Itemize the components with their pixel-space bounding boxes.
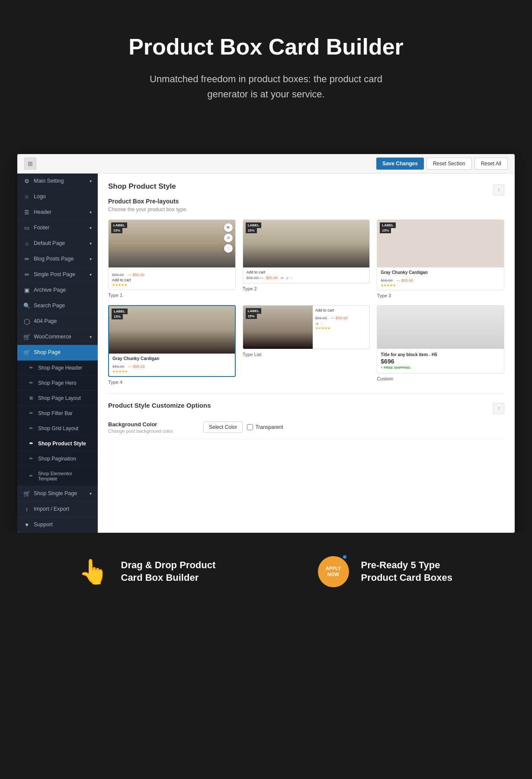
product-info-type-list: Add to cart $65.00 — $55.00 👁 ♡ ★★★★★ xyxy=(313,306,370,349)
view-icon[interactable]: 👁 xyxy=(224,223,233,232)
reset-all-button[interactable]: Reset All xyxy=(474,158,508,170)
sidebar-item-shop-grid-layout[interactable]: ✏ Shop Grid Layout xyxy=(17,421,98,436)
sidebar-label-404-page: 404 Page xyxy=(34,318,57,324)
sidebar-item-blog-posts[interactable]: ✏ Blog Posts Page ▾ xyxy=(17,251,98,267)
sidebar-item-shop-page-header[interactable]: ✏ Shop Page Header xyxy=(17,361,98,376)
sidebar-label-single-post: Single Post Page xyxy=(34,271,75,277)
product-box-type2[interactable]: LABEL 15% Add to cart $65.00 — $55.00 👁 … xyxy=(243,219,370,283)
refresh-icon[interactable]: ↺ xyxy=(224,234,233,242)
archive-icon: ▣ xyxy=(23,287,30,293)
sidebar-label-search-page: Search Page xyxy=(34,303,65,309)
original-price-list: $65.00 xyxy=(315,316,327,320)
customize-scroll-up-button[interactable]: ↑ xyxy=(493,403,504,414)
sidebar-item-archive-page[interactable]: ▣ Archive Page xyxy=(17,283,98,298)
star-icon: ☆ xyxy=(23,193,30,200)
product-box-type3[interactable]: LABEL 15% Gray Chunky Cardigan $65.00 — … xyxy=(377,219,504,290)
bottom-icons-type2: 👁 ↺ ♡ xyxy=(280,276,293,280)
panel-body: ⚙ Main Setting ▾ ☆ Logo ☰ Header ▾ ▭ Foo… xyxy=(17,174,515,533)
sidebar-item-search-page[interactable]: 🔍 Search Page xyxy=(17,298,98,314)
sidebar-item-shop-page-layout[interactable]: ⊞ Shop Page Layout xyxy=(17,391,98,406)
product-image-type2: LABEL 15% xyxy=(243,220,370,267)
sidebar-label-shop-pagination: Shop Pagination xyxy=(38,456,76,462)
product-image-type1: LABEL 15% 👁 ↺ ♡ xyxy=(109,220,235,267)
sidebar-label-main-setting: Main Setting xyxy=(34,178,64,184)
product-box-custom[interactable]: Title for any block item - H5 $696 + FRE… xyxy=(377,305,504,373)
reset-section-button[interactable]: Reset Section xyxy=(426,158,472,170)
sidebar-item-shop-filter-bar[interactable]: ✏ Shop Filter Bar xyxy=(17,406,98,421)
sidebar-item-footer[interactable]: ▭ Footer ▾ xyxy=(17,220,98,236)
product-box-type1[interactable]: LABEL 15% 👁 ↺ ♡ $65.00 xyxy=(108,219,236,290)
product-box-type4[interactable]: LABEL 15% Gray Chunky Cardigan $65.00 — … xyxy=(108,305,236,377)
action-icons-type1: 👁 ↺ ♡ xyxy=(224,223,233,253)
add-to-cart-type2: Add to cart xyxy=(247,270,366,274)
grid-view-icon[interactable]: ⊞ xyxy=(24,158,36,170)
chevron-down-icon: ▾ xyxy=(90,241,92,246)
sidebar-item-support[interactable]: ♥ Support xyxy=(17,517,98,533)
select-color-button[interactable]: Select Color xyxy=(203,422,243,433)
product-info-type3: Gray Chunky Cardigan $65.00 — $55.00 ★★★… xyxy=(377,267,504,290)
sidebar-item-single-post[interactable]: ✏ Single Post Page ▾ xyxy=(17,267,98,283)
customize-section-title: Product Style Customize Options xyxy=(108,402,211,409)
background-color-control: Select Color Transparent xyxy=(203,422,504,433)
footer-icon: ▭ xyxy=(23,225,30,231)
sale-price-type3: — $55.00 xyxy=(396,278,413,283)
sidebar-item-shop-page[interactable]: 🛒 Shop Page xyxy=(17,345,98,361)
sidebar-label-shop-page-hero: Shop Page Hero xyxy=(38,380,77,386)
bg-color-desc: Change post background color. xyxy=(108,428,203,434)
sidebar-item-import-export[interactable]: ↕ Import / Export xyxy=(17,502,98,517)
type-label-2: Type 2 xyxy=(243,286,370,291)
product-image-type3: LABEL 15% xyxy=(377,220,504,267)
sidebar-label-shop-grid-layout: Shop Grid Layout xyxy=(38,425,78,431)
search-icon: 🔍 xyxy=(23,303,30,309)
pre-ready-title: Pre-Ready 5 Type Product Card Boxes xyxy=(361,559,456,584)
original-price-type3: $65.00 xyxy=(381,278,393,283)
sale-price-list: — $55.00 xyxy=(331,316,348,320)
apply-now-button[interactable]: APPLY NOW xyxy=(318,556,349,587)
transparent-checkbox[interactable] xyxy=(247,424,253,430)
product-type-container-3: LABEL 15% Gray Chunky Cardigan $65.00 — … xyxy=(377,219,504,298)
type-label-list: Type List xyxy=(243,352,370,357)
sidebar-item-shop-product-style[interactable]: ✏ Shop Product Style xyxy=(17,436,98,451)
product-name-type3: Gray Chunky Cardigan xyxy=(381,270,500,275)
sidebar-label-footer: Footer xyxy=(34,225,49,231)
sidebar-item-default-page[interactable]: ⌂ Default Page ▾ xyxy=(17,236,98,251)
product-box-type-list[interactable]: LABEL 15% Add to cart $65.00 — $55.00 👁 … xyxy=(243,305,370,349)
heart-icon: ♥ xyxy=(23,521,30,528)
discount-badge-list: 15% xyxy=(246,313,257,319)
edit-icon: ✏ xyxy=(29,365,33,370)
sidebar-item-logo[interactable]: ☆ Logo xyxy=(17,189,98,205)
cart-icon: 🛒 xyxy=(23,334,30,340)
sidebar-item-shop-pagination[interactable]: ✏ Shop Pagination xyxy=(17,451,98,467)
apply-now-icon: APPLY NOW xyxy=(316,554,351,589)
original-price-type1: $65.00 xyxy=(112,273,124,277)
scroll-up-button[interactable]: ↑ xyxy=(493,184,504,196)
sidebar-item-woocommerce[interactable]: 🛒 WooCommerce ▾ xyxy=(17,329,98,345)
gear-icon: ⚙ xyxy=(23,178,30,184)
sidebar-item-shop-elementor[interactable]: ✏ Shop Elementor Template xyxy=(17,467,98,486)
sidebar-item-header[interactable]: ☰ Header ▾ xyxy=(17,205,98,220)
sidebar-item-main-setting[interactable]: ⚙ Main Setting ▾ xyxy=(17,174,98,189)
add-to-cart-type1: Add to cart xyxy=(112,278,232,282)
main-content-area: Shop Product Style ↑ Product Box Pre-lay… xyxy=(98,174,515,533)
sidebar-label-import-export: Import / Export xyxy=(34,506,69,512)
sidebar-label-shop-filter-bar: Shop Filter Bar xyxy=(38,410,73,416)
pre-ready-text: Pre-Ready 5 Type Product Card Boxes xyxy=(361,559,456,584)
hero-section: Product Box Card Builder Unmatched freed… xyxy=(0,0,532,154)
toolbar-buttons: Save Changes Reset Section Reset All xyxy=(376,158,508,170)
product-info-custom: Title for any block item - H5 $696 + FRE… xyxy=(377,349,504,373)
feature-drag-drop: 👆 Drag & Drop Product Card Box Builder xyxy=(76,554,216,589)
sale-price-type2: $55.00 xyxy=(266,276,278,280)
sidebar-item-shop-single-page[interactable]: 🛒 Shop Single Page ▾ xyxy=(17,486,98,502)
section-title: Shop Product Style xyxy=(108,182,176,191)
product-info-type4: Gray Chunky Cardigan $65.00 — $55.00 ★★★… xyxy=(109,354,235,376)
sidebar-item-shop-page-hero[interactable]: ✏ Shop Page Hero xyxy=(17,376,98,391)
cart-icon: 🛒 xyxy=(23,490,30,497)
sidebar-item-404-page[interactable]: ◯ 404 Page xyxy=(17,314,98,329)
save-changes-button[interactable]: Save Changes xyxy=(376,158,424,170)
product-type-container-custom: Title for any block item - H5 $696 + FRE… xyxy=(377,305,504,385)
product-image-type-list: LABEL 15% xyxy=(243,306,313,349)
chevron-down-icon: ▾ xyxy=(90,335,92,339)
edit-icon: ✏ xyxy=(29,473,33,478)
wishlist-icon[interactable]: ♡ xyxy=(224,244,233,253)
bg-color-title: Background Color xyxy=(108,421,203,428)
